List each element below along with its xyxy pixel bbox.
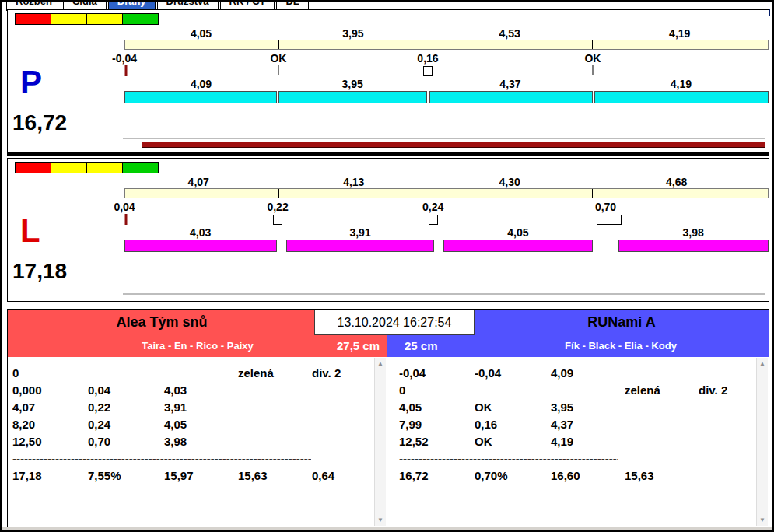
- actual-split-value: 3,98: [682, 226, 703, 239]
- cell: 3,98: [164, 433, 238, 450]
- cell: [238, 433, 312, 450]
- cell: 15,63: [625, 467, 699, 485]
- diff-value: 0,16: [417, 52, 438, 65]
- cell: 4,37: [551, 416, 625, 433]
- start-marker: [124, 65, 127, 76]
- scroll-up-icon[interactable]: ▲: [375, 358, 386, 369]
- segment-divider: [592, 40, 593, 49]
- tick-marker: [592, 65, 593, 75]
- cell: -0,04: [399, 365, 475, 382]
- baseline-rule: [123, 138, 765, 139]
- app-window: Rozběh Čidla Dráhy Družstva RK / ČT DL P…: [0, 0, 774, 532]
- cell: 0,70%: [475, 467, 551, 485]
- segment-divider: [278, 189, 279, 198]
- cell: [625, 365, 699, 382]
- window-footer: [2, 527, 772, 530]
- cell: 3,91: [164, 399, 238, 416]
- tab-label: Dráhy: [117, 2, 146, 7]
- team-left-subheader: Taira - En - Rico - Paixy 27,5 cm: [8, 335, 387, 357]
- ideal-splits-row: 4,05 3,95 4,53 4,19: [124, 27, 769, 40]
- light-yellow-1: [51, 13, 87, 25]
- tab-label: DL: [285, 2, 299, 7]
- cell: 16,60: [551, 467, 625, 485]
- scroll-down-icon[interactable]: ▼: [757, 514, 768, 526]
- cell: 0,22: [88, 399, 164, 416]
- light-yellow-2: [86, 13, 123, 25]
- results-table-right: -0,04-0,044,09 0zelenádiv. 2 4,05OK3,95 …: [387, 357, 769, 485]
- cell: 12,50: [12, 433, 88, 450]
- diff-value: OK: [584, 52, 601, 65]
- cell: 4,07: [12, 399, 88, 416]
- cell: [312, 382, 371, 399]
- actual-split-value: 3,91: [349, 226, 370, 239]
- cell: zelená: [238, 365, 312, 382]
- timestamp: 13.10.2024 16:27:54: [314, 310, 475, 335]
- ideal-split-value: 4,13: [343, 176, 364, 188]
- ideal-time-bar: [124, 188, 769, 198]
- cell: 0,04: [88, 382, 164, 399]
- split-bars: [124, 240, 769, 252]
- cell: [625, 399, 699, 416]
- ideal-split-value: 4,30: [499, 176, 520, 188]
- diff-value: -0,04: [112, 52, 137, 65]
- diff-value: 0,70: [595, 201, 616, 213]
- team-right-jump-height: 25 cm: [405, 335, 438, 357]
- cell: 0: [399, 382, 475, 399]
- split-bar-segment: [124, 91, 277, 103]
- segment-divider: [429, 189, 429, 198]
- split-bar-segment: [594, 91, 769, 103]
- cell: 15,97: [164, 467, 238, 485]
- scrollbar[interactable]: ▲ ▼: [756, 358, 768, 526]
- cell: [699, 433, 753, 450]
- cell: [699, 416, 753, 433]
- cell: [551, 382, 625, 399]
- cell: 16,72: [399, 467, 475, 485]
- ideal-split-value: 3,95: [342, 27, 363, 40]
- split-bar-segment: [443, 240, 593, 252]
- cell: 0,64: [312, 467, 371, 485]
- cell: div. 2: [312, 365, 371, 382]
- cell: OK: [475, 433, 551, 450]
- actual-splits-row: 4,03 3,91 4,05 3,98: [124, 226, 769, 239]
- actual-split-value: 4,03: [190, 226, 211, 239]
- scoreboard-panel: Alea Tým snů RUNami A 13.10.2024 16:27:5…: [7, 309, 769, 527]
- diff-value: 0,04: [114, 201, 135, 213]
- lane-letter: L: [20, 215, 40, 247]
- cell: [699, 399, 753, 416]
- ideal-split-value: 4,68: [666, 176, 687, 188]
- table-row: 8,200,244,05: [12, 416, 371, 433]
- scroll-down-icon[interactable]: ▼: [375, 514, 386, 526]
- cell: 4,19: [551, 433, 625, 450]
- table-row: 0zelenádiv. 2: [12, 365, 371, 382]
- ideal-split-value: 4,19: [669, 27, 690, 40]
- start-marker: [124, 214, 127, 225]
- diff-value: OK: [270, 52, 286, 65]
- table-row: 12,52OK4,19: [399, 433, 753, 450]
- results-table-left: 0zelenádiv. 2 0,0000,044,03 4,070,223,91…: [8, 357, 387, 485]
- cell: 3,95: [551, 399, 625, 416]
- cell: [238, 399, 312, 416]
- cell: [88, 365, 164, 382]
- tab-label: Rozběh: [16, 2, 52, 7]
- cell: 0,16: [475, 416, 551, 433]
- tick-marker: [278, 65, 278, 75]
- table-separator: ----------------------------------------…: [12, 450, 311, 467]
- cell: [164, 365, 238, 382]
- tab-label: Čidla: [72, 2, 97, 7]
- team-right-dogs: Fík - Black - Elia - Kody: [473, 335, 769, 357]
- diff-marker-box: [597, 215, 622, 225]
- lane-letter: P: [20, 66, 42, 99]
- table-separator: ----------------------------------------…: [399, 450, 618, 467]
- segment-divider: [278, 40, 279, 49]
- cell: 4,03: [164, 382, 238, 399]
- scrollbar[interactable]: ▲ ▼: [374, 358, 386, 526]
- scroll-up-icon[interactable]: ▲: [757, 358, 768, 369]
- lane-total-time: 17,18: [12, 261, 67, 282]
- light-yellow-1: [51, 162, 87, 173]
- team-right-name: RUNami A: [475, 310, 769, 335]
- split-bar-segment: [278, 91, 427, 103]
- marker-row: [124, 214, 769, 225]
- lane-panel-l: L 17,18 4,07 4,13 4,30 4,68 0,04 0,22 0,…: [7, 158, 769, 302]
- actual-split-value: 4,05: [507, 226, 528, 239]
- diff-marker-box: [423, 66, 433, 76]
